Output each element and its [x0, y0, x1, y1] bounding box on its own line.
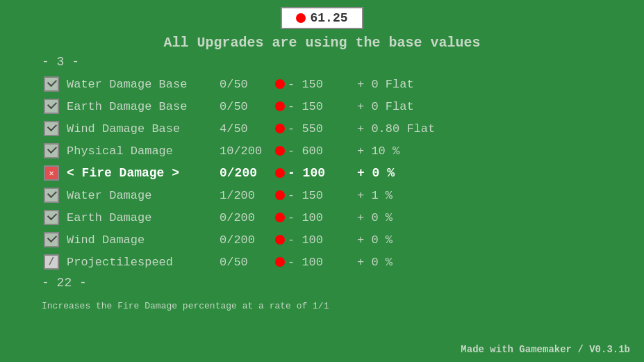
- upgrade-count: 4/50: [220, 122, 275, 135]
- upgrade-name: Earth Damage Base: [67, 100, 220, 113]
- upgrade-plus: + 0 Flat: [357, 100, 414, 113]
- upgrade-plus: + 0 %: [357, 233, 393, 247]
- upgrade-minus: - 100: [288, 256, 357, 269]
- upgrade-minus: - 100: [288, 166, 357, 180]
- upgrade-name: Physical Damage: [67, 145, 220, 158]
- red-dot-icon: [275, 79, 285, 89]
- red-dot-icon: [275, 146, 285, 156]
- upgrade-minus: - 100: [288, 233, 357, 247]
- top-level: - 3 -: [42, 55, 602, 69]
- subtitle: All Upgrades are using the base values: [42, 35, 602, 51]
- cost-value: 61.25: [310, 11, 347, 25]
- cost-box[interactable]: 61.25: [281, 7, 363, 29]
- checkbox-icon[interactable]: [42, 97, 61, 116]
- upgrade-count: 0/50: [220, 78, 275, 91]
- checkbox-icon[interactable]: [42, 230, 61, 249]
- upgrade-plus: + 1 %: [357, 189, 393, 202]
- upgrade-plus: + 0 Flat: [357, 78, 414, 91]
- red-dot-icon: [275, 168, 285, 178]
- upgrade-name: Projectilespeed: [67, 256, 220, 269]
- checkbox-icon[interactable]: [42, 208, 61, 227]
- top-bar: 61.25: [0, 0, 644, 29]
- upgrade-plus: + 0 %: [357, 166, 395, 180]
- upgrade-name: Wind Damage Base: [67, 122, 220, 135]
- upgrade-list: Water Damage Base0/50- 150+ 0 FlatEarth …: [42, 73, 602, 273]
- upgrade-row[interactable]: Projectilespeed0/50- 100+ 0 %: [42, 251, 602, 273]
- upgrade-minus: - 100: [288, 211, 357, 224]
- red-dot-icon: [275, 213, 285, 222]
- main-content: All Upgrades are using the base values -…: [0, 29, 644, 311]
- upgrade-row[interactable]: Water Damage Base0/50- 150+ 0 Flat: [42, 73, 602, 95]
- upgrade-row[interactable]: Wind Damage0/200- 100+ 0 %: [42, 229, 602, 251]
- upgrade-count: 10/200: [220, 145, 275, 158]
- upgrade-minus: - 600: [288, 145, 357, 158]
- upgrade-count: 0/200: [220, 211, 275, 224]
- upgrade-count: 0/200: [220, 233, 275, 247]
- red-circle-icon: [296, 13, 306, 23]
- checkbox-icon[interactable]: [42, 141, 61, 161]
- upgrade-name: Water Damage Base: [67, 78, 220, 91]
- upgrade-plus: + 0 %: [357, 211, 393, 224]
- upgrade-row[interactable]: Earth Damage Base0/50- 150+ 0 Flat: [42, 95, 602, 117]
- upgrade-minus: - 150: [288, 189, 357, 202]
- upgrade-row[interactable]: Water Damage1/200- 150+ 1 %: [42, 184, 602, 206]
- upgrade-count: 0/50: [220, 256, 275, 269]
- checkbox-icon[interactable]: [42, 163, 61, 183]
- upgrade-name: Water Damage: [67, 189, 220, 202]
- description: Increases the Fire Damage percentage at …: [42, 301, 602, 311]
- upgrade-minus: - 150: [288, 100, 357, 113]
- red-dot-icon: [275, 190, 285, 200]
- red-dot-icon: [275, 101, 285, 111]
- red-dot-icon: [275, 257, 285, 267]
- upgrade-plus: + 0.80 Flat: [357, 122, 435, 135]
- footer: Made with Gamemaker / V0.3.1b: [461, 344, 630, 355]
- upgrade-row[interactable]: Earth Damage0/200- 100+ 0 %: [42, 206, 602, 229]
- upgrade-count: 1/200: [220, 189, 275, 202]
- checkbox-icon[interactable]: [42, 119, 61, 138]
- upgrade-count: 0/50: [220, 100, 275, 113]
- upgrade-minus: - 550: [288, 122, 357, 135]
- upgrade-plus: + 0 %: [357, 256, 393, 269]
- checkbox-icon[interactable]: [42, 252, 61, 272]
- red-dot-icon: [275, 235, 285, 245]
- upgrade-plus: + 10 %: [357, 145, 399, 158]
- upgrade-row[interactable]: Wind Damage Base4/50- 550+ 0.80 Flat: [42, 117, 602, 140]
- upgrade-count: 0/200: [220, 166, 275, 180]
- checkbox-icon[interactable]: [42, 186, 61, 205]
- upgrade-row[interactable]: Physical Damage10/200- 600+ 10 %: [42, 140, 602, 162]
- upgrade-name: Earth Damage: [67, 211, 220, 224]
- upgrade-name: Wind Damage: [67, 233, 220, 247]
- upgrade-row[interactable]: < Fire Damage >0/200- 100+ 0 %: [42, 162, 602, 184]
- bottom-level: - 22 -: [42, 276, 602, 290]
- red-dot-icon: [275, 124, 285, 133]
- checkbox-icon[interactable]: [42, 74, 61, 94]
- upgrade-name: < Fire Damage >: [67, 166, 220, 180]
- upgrade-minus: - 150: [288, 78, 357, 91]
